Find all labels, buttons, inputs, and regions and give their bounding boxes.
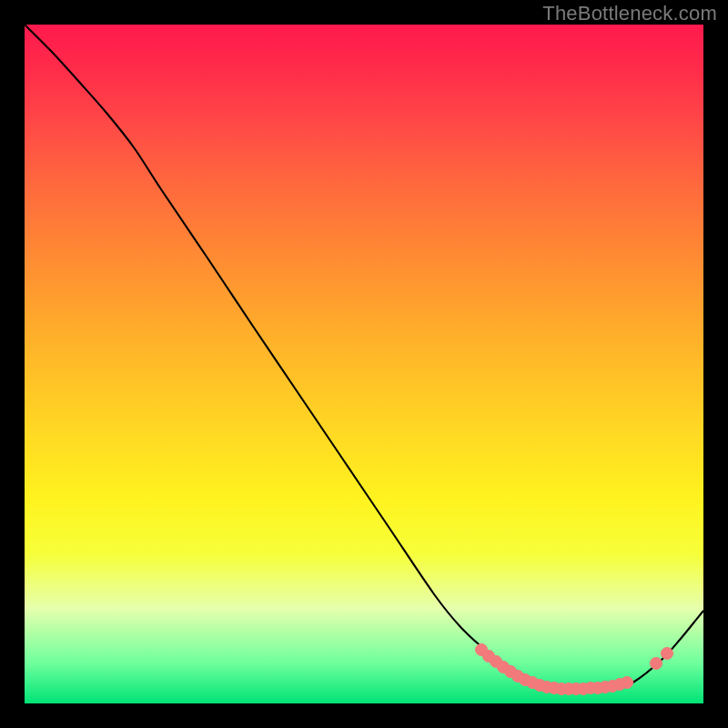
- marker-dot: [651, 658, 662, 670]
- bottleneck-curve: [25, 25, 703, 688]
- chart-plot-area: [25, 25, 703, 703]
- marker-dot: [662, 648, 673, 660]
- chart-svg: [25, 25, 703, 703]
- watermark-text: TheBottleneck.com: [542, 2, 717, 25]
- marker-dot: [622, 677, 633, 689]
- marker-cluster: [476, 644, 673, 695]
